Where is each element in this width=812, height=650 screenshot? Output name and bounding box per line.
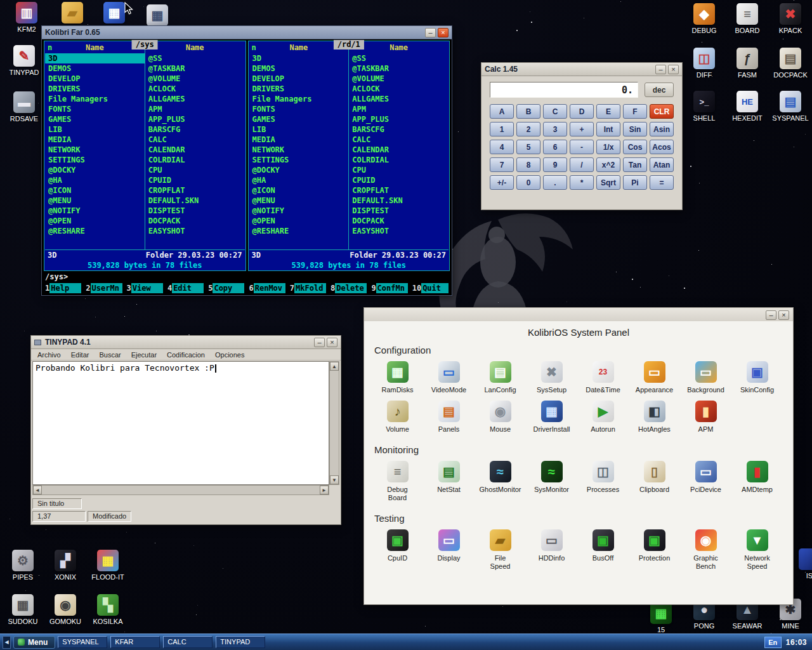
fkey-quit[interactable]: 10Quit <box>412 283 449 293</box>
file-item[interactable]: BARSCFG <box>349 124 449 135</box>
system-panel-titlebar[interactable]: – × <box>364 308 793 321</box>
file-item[interactable]: APP_PLUS <box>145 114 245 124</box>
file-item[interactable]: CALENDAR <box>349 145 449 155</box>
taskbar-item-kfar[interactable]: KFAR <box>110 636 160 648</box>
menu-button[interactable]: Menu <box>13 636 55 649</box>
panel-app-sysmonitor[interactable]: ≈SysMonitor <box>526 460 577 507</box>
file-item[interactable]: @NOTIFY <box>249 206 349 216</box>
file-item[interactable]: DEMOS <box>249 63 349 74</box>
panel-app-appearance[interactable]: ▭Appearance <box>629 360 680 399</box>
panel-app-processes[interactable]: ◫Processes <box>577 460 629 507</box>
calc-key-b[interactable]: B <box>516 104 540 119</box>
file-item[interactable]: CROPFLAT <box>145 185 245 196</box>
file-item[interactable]: FONTS <box>45 104 145 114</box>
calc-key-sym[interactable]: / <box>570 157 594 172</box>
desktop-icon-tinypad[interactable]: ✎TINYPAD <box>5 45 43 76</box>
menu-codificacion[interactable]: Codificacion <box>162 351 210 359</box>
file-item[interactable]: @DOCKY <box>45 165 145 175</box>
file-item[interactable]: EASYSHOT <box>145 226 245 236</box>
file-item[interactable]: @RESHARE <box>249 226 349 236</box>
desktop-icon-docpack[interactable]: ▤DOCPACK <box>771 48 809 79</box>
panel-app-lanconfig[interactable]: ▤LanConfig <box>475 360 526 399</box>
scroll-right-icon[interactable]: ► <box>320 486 329 494</box>
file-item[interactable]: CPU <box>349 165 449 175</box>
calc-key-asin[interactable]: Asin <box>650 122 674 136</box>
calc-key-sym[interactable]: * <box>570 175 594 190</box>
desktop-icon-sudoku[interactable]: ▦SUDOKU <box>4 594 42 625</box>
file-item[interactable]: CROPFLAT <box>349 185 449 196</box>
file-item[interactable]: 3D <box>45 53 145 63</box>
file-item[interactable]: @MENU <box>45 196 145 206</box>
desktop-icon-gomoku[interactable]: ◉GOMOKU <box>46 594 84 625</box>
calc-key-c[interactable]: C <box>543 104 567 119</box>
panel-app-skinconfig[interactable]: ▣SkinConfig <box>731 360 783 399</box>
panel-app-busoff[interactable]: ▣BusOff <box>577 528 629 576</box>
file-item[interactable]: DEMOS <box>45 63 145 74</box>
file-item[interactable]: ACLOCK <box>145 84 245 94</box>
menu-ejecutar[interactable]: Ejecutar <box>126 351 162 359</box>
panel-app-volume[interactable]: ♪Volume <box>372 399 423 439</box>
file-item[interactable]: COLRDIAL <box>349 155 449 165</box>
file-item[interactable]: DISPTEST <box>145 206 245 216</box>
calc-key-1[interactable]: 1 <box>490 122 514 136</box>
file-item[interactable]: LIB <box>45 124 145 135</box>
file-item[interactable]: @TASKBAR <box>349 63 449 74</box>
calc-key-6[interactable]: 6 <box>543 140 567 154</box>
desktop-icon-xonix[interactable]: ▞XONIX <box>46 550 84 581</box>
file-item[interactable]: MEDIA <box>45 135 145 145</box>
file-item[interactable]: DEFAULT.SKN <box>145 196 245 206</box>
menu-archivo[interactable]: Archivo <box>32 351 66 359</box>
fkey-edit[interactable]: 4Edit <box>167 283 204 293</box>
calc-key-x-2[interactable]: x^2 <box>596 157 620 172</box>
desktop-icon-is[interactable]: IS <box>790 548 812 580</box>
desktop-icon-shell[interactable]: >_SHELL <box>685 91 723 122</box>
calc-key-7[interactable]: 7 <box>490 157 514 172</box>
file-item[interactable]: @SS <box>145 53 245 63</box>
desktop-icon-flood-it[interactable]: ▦FLOOD-IT <box>89 550 127 581</box>
fkey-usermn[interactable]: 2UserMn <box>86 283 122 293</box>
taskbar-collapse-button[interactable]: ◀ <box>3 636 11 649</box>
desktop-icon-kfm2[interactable]: ▥KFM2 <box>8 2 46 33</box>
fkey-view[interactable]: 3View <box>127 283 163 293</box>
file-item[interactable]: DRIVERS <box>249 84 349 94</box>
file-item[interactable]: APM <box>145 104 245 114</box>
panel-app-graphic-bench[interactable]: ◉Graphic Bench <box>680 528 731 576</box>
file-item[interactable]: SETTINGS <box>45 155 145 165</box>
fkey-copy[interactable]: 5Copy <box>208 283 244 293</box>
file-item[interactable]: ACLOCK <box>349 84 449 94</box>
panel-app-syssetup[interactable]: ✖SysSetup <box>526 360 577 399</box>
fkey-delete[interactable]: 8Delete <box>331 283 367 293</box>
file-item[interactable]: CALC <box>349 135 449 145</box>
calc-key-sym[interactable]: + <box>570 122 594 136</box>
file-item[interactable]: @NOTIFY <box>45 206 145 216</box>
file-item[interactable]: SETTINGS <box>249 155 349 165</box>
kfar-titlebar[interactable]: Kolibri Far 0.65 – × <box>42 26 452 39</box>
fkey-help[interactable]: 1Help <box>45 283 81 293</box>
file-item[interactable]: 3D <box>249 53 349 63</box>
close-button[interactable]: × <box>327 338 337 347</box>
calc-key-9[interactable]: 9 <box>543 157 567 172</box>
file-item[interactable]: APM <box>349 104 449 114</box>
minimize-button[interactable]: – <box>314 338 325 347</box>
calc-key-2[interactable]: 2 <box>516 122 540 136</box>
panel-app-amdtemp[interactable]: ▮AMDtemp <box>731 460 783 507</box>
panel-app-ghostmonitor[interactable]: ≈GhostMonitor <box>475 460 526 507</box>
calc-key-atan[interactable]: Atan <box>650 157 674 172</box>
file-item[interactable]: DEVELOP <box>45 74 145 84</box>
file-item[interactable]: FONTS <box>249 104 349 114</box>
desktop-icon-kosilka[interactable]: ▚KOSILKA <box>89 594 127 625</box>
file-item[interactable]: ALLGAMES <box>145 94 245 104</box>
text-area[interactable]: Probando Kolibri para Tecnovortex :P <box>32 361 329 485</box>
file-item[interactable]: @TASKBAR <box>145 63 245 74</box>
file-item[interactable]: DEFAULT.SKN <box>349 196 449 206</box>
file-item[interactable]: @HA <box>249 175 349 185</box>
dec-mode-button[interactable]: dec <box>645 83 674 97</box>
fkey-mkfold[interactable]: 7MkFold <box>290 283 326 293</box>
calc-key-8[interactable]: 8 <box>516 157 540 172</box>
calc-key-clr[interactable]: CLR <box>650 104 674 119</box>
menu-editar[interactable]: Editar <box>66 351 95 359</box>
panel-app-display[interactable]: ▭Display <box>423 528 475 576</box>
taskbar-item-tinypad[interactable]: TINYPAD <box>216 636 265 648</box>
calc-key-sym[interactable]: - <box>570 140 594 154</box>
file-item[interactable]: @OPEN <box>249 216 349 226</box>
